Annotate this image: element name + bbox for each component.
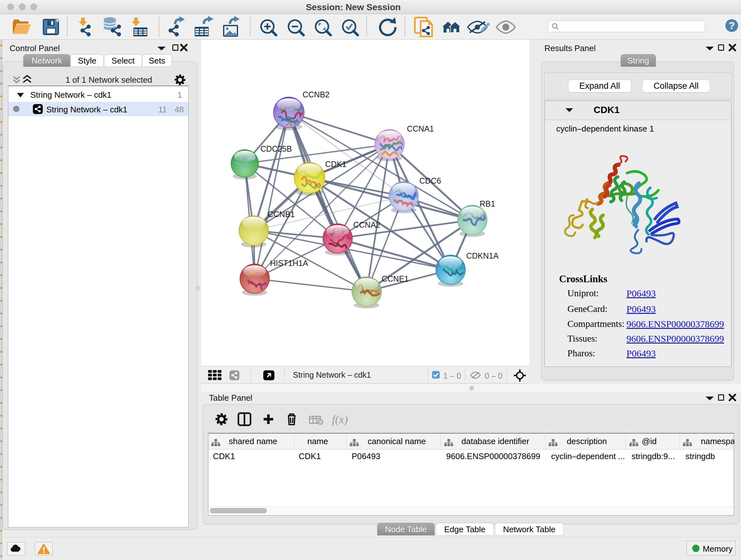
svg-text:CCNA1: CCNA1 — [407, 124, 434, 133]
svg-text:CCNE1: CCNE1 — [382, 274, 409, 283]
svg-text:CDK1: CDK1 — [325, 160, 347, 169]
svg-text:HIST1H1A: HIST1H1A — [270, 259, 308, 267]
svg-text:f(x): f(x) — [332, 413, 348, 426]
svg-text:CDC25B: CDC25B — [260, 144, 292, 153]
svg-text:CDKN1A: CDKN1A — [466, 251, 499, 260]
svg-text:RB1: RB1 — [480, 199, 495, 208]
svg-text:CCNB1: CCNB1 — [268, 210, 295, 219]
svg-text:CCNA2: CCNA2 — [353, 220, 381, 229]
svg-text:CCNB2: CCNB2 — [302, 90, 330, 99]
svg-text:?: ? — [729, 20, 735, 31]
svg-text:CDC6: CDC6 — [419, 176, 441, 185]
